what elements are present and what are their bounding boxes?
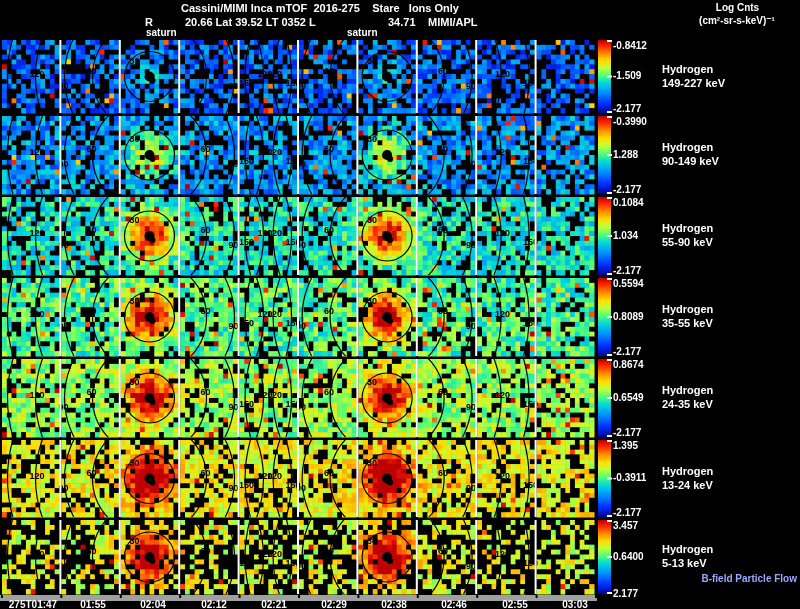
energy-range-label: 55-90 keV — [662, 237, 713, 249]
energy-range-label: 90-149 keV — [662, 156, 719, 168]
time-axis-tick: 02:55 — [502, 600, 528, 609]
colorbar-mid-label: -1.509 — [613, 71, 641, 82]
colorbar-min-label: -2.177 — [613, 347, 641, 358]
readout-position: 20.66 Lat 39.52 LT 0352 L — [185, 17, 316, 29]
colorbar-max-label: -0.3990 — [613, 117, 647, 128]
species-label: Hydrogen — [662, 64, 713, 76]
colorbar-min-label: -2.177 — [613, 104, 641, 115]
colorbar-min-label: 2.177 — [613, 589, 638, 600]
energy-range-label: 35-55 keV — [662, 318, 713, 330]
colorbar-mid-label: -0.3911 — [613, 473, 646, 484]
energy-range-label: 24-35 keV — [662, 399, 713, 411]
species-label: Hydrogen — [662, 466, 713, 478]
colorbar-max-label: 1.395 — [613, 441, 638, 452]
colorbar-max-label: 3.457 — [613, 521, 638, 532]
colorbar-max-label: -0.8412 — [613, 41, 647, 52]
time-axis-tick: 03:03 — [562, 600, 588, 609]
colorbar-mid-label: 0.6400 — [613, 552, 644, 563]
colorbar-min-label: -2.177 — [613, 266, 641, 277]
time-axis-tick: 01:55 — [80, 600, 106, 609]
time-axis-tick: 02:12 — [201, 600, 227, 609]
time-axis-tick: 02:21 — [261, 600, 287, 609]
saturn-label: saturn — [146, 28, 177, 39]
species-label: Hydrogen — [662, 385, 713, 397]
colorbar-max-label: 0.5594 — [613, 279, 644, 290]
species-label: Hydrogen — [662, 223, 713, 235]
time-axis-tick: 02:04 — [140, 600, 166, 609]
energy-range-label: 13-24 keV — [662, 480, 713, 492]
energy-range-label: 5-13 keV — [662, 558, 707, 570]
cassini-inca-spectrogram: Cassini/MIMI Inca mTOF 2016-275 Stare Io… — [0, 0, 800, 609]
colorbar-min-label: -2.177 — [613, 508, 641, 519]
readout-l-value: 34.71 — [388, 17, 416, 29]
colorbar-mid-label: 0.8089 — [613, 312, 644, 323]
time-axis-tick: 275T01:47 — [9, 600, 57, 609]
colorbar-mid-label: 1.034 — [613, 231, 638, 242]
bfield-particle-flow-label: B-field Particle Flow — [701, 574, 797, 585]
species-label: Hydrogen — [662, 544, 713, 556]
credit-label: MIMI/APL — [428, 17, 478, 29]
time-axis-tick: 02:29 — [321, 600, 347, 609]
species-label: Hydrogen — [662, 142, 713, 154]
log-counts-units: (cm²-sr-s-keV)⁻¹ — [668, 16, 800, 27]
species-label: Hydrogen — [662, 304, 713, 316]
log-counts-title: Log Cnts — [680, 3, 795, 14]
colorbar-mid-label: 0.6549 — [613, 393, 644, 404]
plot-title: Cassini/MIMI Inca mTOF 2016-275 Stare Io… — [0, 3, 640, 15]
colorbar-max-label: 0.1084 — [613, 198, 644, 209]
colorbar-min-label: -2.177 — [613, 428, 641, 439]
energy-range-label: 149-227 keV — [662, 78, 725, 90]
time-axis-tick: 02:46 — [441, 600, 467, 609]
colorbar-max-label: 0.8674 — [613, 360, 644, 371]
colorbar-min-label: -2.177 — [613, 185, 641, 196]
colorbar-mid-label: 1.288 — [613, 150, 638, 161]
time-axis-tick: 02:38 — [381, 600, 407, 609]
saturn-label: saturn — [347, 28, 378, 39]
